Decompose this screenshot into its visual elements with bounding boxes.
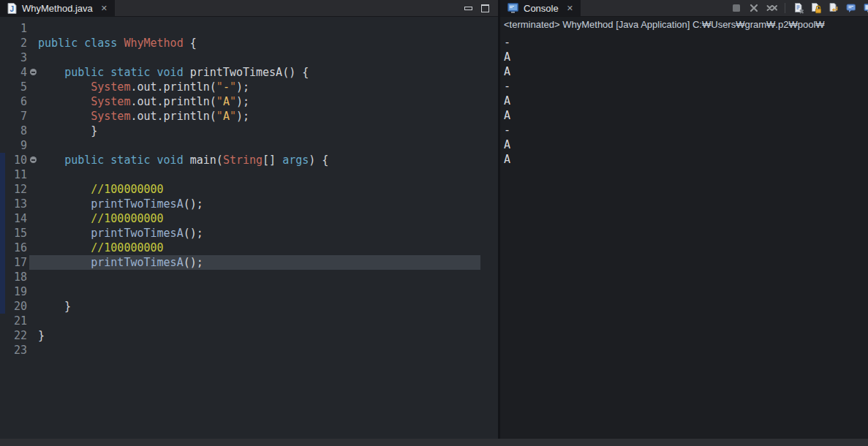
code-line-6[interactable]: 6 System.out.println("A"); [0,94,498,109]
fold-collapse-icon[interactable] [29,65,38,80]
console-tab[interactable]: Console ✕ [500,0,581,16]
remove-launch-icon[interactable] [748,2,760,14]
code-line-13[interactable]: 13 printTwoTimesA(); [0,197,498,211]
code-line-10[interactable]: 10 public static void main(String[] args… [0,153,498,167]
code-line-23[interactable]: 23 [0,343,498,358]
editor-lines: 12public class WhyMethod {34 public stat… [0,21,498,358]
fold-gutter [29,211,38,226]
console-line: - [504,123,868,137]
fold-gutter [29,109,38,124]
editor-tabbar: J WhyMethod.java ✕ [0,0,498,17]
terminate-icon[interactable] [731,2,742,14]
code-text: //100000000 [38,182,164,197]
fold-gutter [29,255,38,270]
fold-gutter [29,124,38,138]
remove-all-terminated-icon[interactable] [766,2,777,14]
pin-console-icon[interactable] [845,2,857,14]
code-line-14[interactable]: 14 //100000000 [0,211,498,226]
editor-tab-close-icon[interactable]: ✕ [101,4,107,13]
console-line: A [504,137,868,152]
code-line-8[interactable]: 8 } [0,124,498,138]
code-editor[interactable]: 12public class WhyMethod {34 public stat… [0,17,498,439]
open-console-icon[interactable] [863,2,868,14]
line-number: 10 [0,153,29,167]
line-number: 4 [0,65,29,80]
line-number: 12 [0,182,29,197]
code-text: } [38,124,97,138]
toolbar-separator [785,3,785,13]
svg-text:J: J [10,4,15,12]
console-line: A [504,64,868,79]
line-number: 19 [0,284,29,299]
editor-pane: J WhyMethod.java ✕ 12public class WhyMet… [0,0,498,439]
code-line-11[interactable]: 11 [0,167,498,182]
code-line-1[interactable]: 1 [0,21,498,36]
code-line-4[interactable]: 4 public static void printTwoTimesA() { [0,65,498,80]
line-number: 17 [0,255,29,270]
line-number: 11 [0,167,29,182]
line-number: 22 [0,328,29,343]
fold-gutter [29,167,38,182]
minimize-icon[interactable] [464,7,472,10]
console-tab-title: Console [524,3,559,14]
code-line-18[interactable]: 18 [0,270,498,284]
fold-gutter [29,50,38,65]
code-line-22[interactable]: 22} [0,328,498,343]
console-toolbar [731,0,868,16]
code-text: //100000000 [38,241,164,255]
line-number: 2 [0,36,29,50]
fold-gutter [29,36,38,50]
fold-gutter [29,299,38,314]
code-line-3[interactable]: 3 [0,50,498,65]
console-line: A [504,94,868,108]
fold-gutter [29,241,38,255]
console-line: A [504,152,868,167]
code-text: printTwoTimesA(); [38,226,203,241]
fold-gutter [29,343,38,358]
fold-gutter [29,138,38,153]
line-number: 20 [0,299,29,314]
code-text: public static void printTwoTimesA() { [38,65,309,80]
line-number: 15 [0,226,29,241]
console-line: - [504,79,868,94]
fold-gutter [29,284,38,299]
editor-tab[interactable]: J WhyMethod.java ✕ [0,0,115,16]
code-text: } [38,328,45,343]
line-number: 1 [0,21,29,36]
line-number: 21 [0,314,29,328]
line-number: 8 [0,124,29,138]
editor-window-controls [464,0,498,16]
code-line-2[interactable]: 2public class WhyMethod { [0,36,498,50]
fold-gutter [29,226,38,241]
line-number: 16 [0,241,29,255]
code-text: System.out.println("A"); [38,94,249,109]
code-text: public static void main(String[] args) { [38,153,328,167]
fold-gutter [29,328,38,343]
console-pane: Console ✕ <terminated> WhyMethod [Java A… [500,0,868,439]
code-line-20[interactable]: 20 } [0,299,498,314]
line-number: 6 [0,94,29,109]
code-line-19[interactable]: 19 [0,284,498,299]
console-line: A [504,50,868,64]
code-line-17[interactable]: 17 printTwoTimesA(); [0,255,498,270]
console-line: A [504,108,868,123]
code-line-21[interactable]: 21 [0,314,498,328]
scroll-lock-icon[interactable] [810,2,822,14]
console-tabbar-spacer [581,0,731,16]
clear-console-icon[interactable] [793,2,804,14]
code-line-15[interactable]: 15 printTwoTimesA(); [0,226,498,241]
code-line-12[interactable]: 12 //100000000 [0,182,498,197]
code-line-5[interactable]: 5 System.out.println("-"); [0,80,498,94]
fold-gutter [29,270,38,284]
word-wrap-icon[interactable] [828,2,839,14]
console-tab-close-icon[interactable]: ✕ [567,4,573,13]
line-number: 23 [0,343,29,358]
console-output[interactable]: -AA-AA-AA [500,33,868,167]
line-number: 9 [0,138,29,153]
code-line-16[interactable]: 16 //100000000 [0,241,498,255]
maximize-icon[interactable] [481,4,489,12]
code-line-9[interactable]: 9 [0,138,498,153]
fold-collapse-icon[interactable] [29,153,38,167]
code-text: System.out.println("A"); [38,109,249,124]
code-line-7[interactable]: 7 System.out.println("A"); [0,109,498,124]
